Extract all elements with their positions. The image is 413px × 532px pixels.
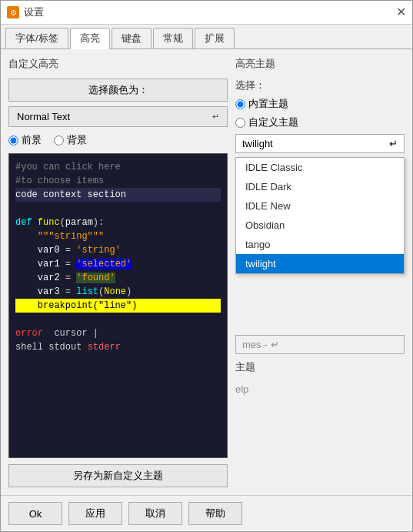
custom-theme-radio[interactable]: 自定义主题 — [235, 115, 405, 129]
code-line-9: var2 = 'found' — [15, 271, 221, 285]
code-line-6: """string""" — [15, 229, 221, 243]
help-partial: elp — [235, 380, 405, 398]
background-radio[interactable]: 背景 — [54, 133, 87, 147]
title-bar-left: ⚙ 设置 — [7, 5, 44, 19]
dropdown-item-twilight[interactable]: twilight — [236, 254, 404, 273]
title-bar: ⚙ 设置 ✕ — [1, 1, 412, 25]
code-line-5: def func(param): — [15, 216, 221, 229]
ok-button[interactable]: Ok — [8, 502, 62, 525]
app-icon: ⚙ — [7, 6, 19, 18]
tabs-bar: 字体/标签 高亮 键盘 常规 扩展 — [1, 25, 412, 49]
settings-window: ⚙ 设置 ✕ 字体/标签 高亮 键盘 常规 扩展 自定义高亮 选择颜色为： No… — [0, 0, 413, 532]
foreground-radio[interactable]: 前景 — [8, 133, 42, 147]
tab-highlight[interactable]: 高亮 — [70, 28, 110, 49]
dropdown-arrow-icon: ↵ — [212, 112, 219, 122]
dropdown-item-idle-classic[interactable]: IDLE Classic — [236, 158, 404, 177]
builtin-theme-radio[interactable]: 内置主题 — [235, 97, 405, 111]
tab-font-tags[interactable]: 字体/标签 — [5, 28, 68, 49]
custom-highlight-title: 自定义高亮 — [8, 57, 228, 71]
highlight-theme-section: 高亮主题 选择： 内置主题 自定义主题 twilight ↵ IDLE Clas… — [235, 57, 405, 153]
code-line-3: code context section — [15, 188, 221, 202]
bottom-bar: Ok 应用 取消 帮助 — [1, 495, 412, 531]
selected-theme-text: twilight — [242, 138, 273, 149]
cancel-button[interactable]: 取消 — [128, 502, 182, 525]
foreground-label: 前景 — [22, 133, 42, 147]
content-area: 自定义高亮 选择颜色为： Normal Text ↵ 前景 背景 — [1, 49, 412, 495]
code-line-10: var3 = list(None) — [15, 285, 221, 299]
window-title: 设置 — [24, 5, 44, 19]
code-line-14: shell stdout stderr — [15, 340, 221, 354]
custom-theme-label-lower: 主题 — [235, 357, 405, 377]
tab-extensions[interactable]: 扩展 — [195, 28, 235, 49]
right-lower-area: mes - ↵ 主题 elp — [235, 335, 405, 398]
save-theme-button[interactable]: 另存为新自定义主题 — [8, 464, 228, 487]
code-line-1: #you can click here — [15, 160, 221, 174]
code-preview[interactable]: #you can click here #to choose items cod… — [8, 153, 228, 458]
fg-bg-radio-group: 前景 背景 — [8, 133, 228, 147]
builtin-theme-label: 内置主题 — [248, 97, 288, 111]
dropdown-item-tango[interactable]: tango — [236, 235, 404, 254]
close-button[interactable]: ✕ — [396, 6, 406, 18]
dropdown-item-obsidian[interactable]: Obsidian — [236, 216, 404, 235]
theme-dropdown-button[interactable]: twilight ↵ — [235, 134, 405, 153]
apply-button[interactable]: 应用 — [68, 502, 122, 525]
left-panel: 自定义高亮 选择颜色为： Normal Text ↵ 前景 背景 — [8, 57, 228, 487]
highlight-theme-title: 高亮主题 — [235, 57, 405, 71]
right-panel: 高亮主题 选择： 内置主题 自定义主题 twilight ↵ IDLE Clas… — [235, 57, 405, 487]
code-line-13: error cursor | — [15, 326, 221, 340]
themes-partial: mes - ↵ — [235, 335, 405, 354]
normal-text-label: Normal Text — [17, 111, 70, 122]
dropdown-item-idle-dark[interactable]: IDLE Dark — [236, 177, 404, 196]
tab-keyboard[interactable]: 键盘 — [112, 28, 152, 49]
normal-text-button[interactable]: Normal Text ↵ — [8, 106, 228, 127]
choose-label: 选择： — [235, 79, 405, 92]
code-line-7: var0 = 'string' — [15, 243, 221, 257]
tab-general[interactable]: 常规 — [153, 28, 193, 49]
code-line-11: breakpoint("line") — [15, 299, 221, 313]
code-line-4 — [15, 202, 221, 216]
custom-highlight-section: 自定义高亮 选择颜色为： Normal Text ↵ 前景 背景 — [8, 57, 228, 147]
help-button[interactable]: 帮助 — [188, 502, 242, 525]
theme-dropdown-menu[interactable]: IDLE Classic IDLE Dark IDLE New Obsidian… — [235, 157, 405, 274]
dropdown-enter-icon: ↵ — [389, 138, 398, 149]
code-line-8: var1 = 'selected' — [15, 257, 221, 271]
background-label: 背景 — [67, 133, 87, 147]
partial-dropdown-arrow: ↵ — [271, 339, 279, 350]
dropdown-item-idle-new[interactable]: IDLE New — [236, 196, 404, 216]
code-line-2: #to choose items — [15, 174, 221, 188]
custom-theme-label: 自定义主题 — [248, 115, 298, 129]
code-line-12 — [15, 313, 221, 326]
choose-color-button[interactable]: 选择颜色为： — [8, 79, 228, 102]
